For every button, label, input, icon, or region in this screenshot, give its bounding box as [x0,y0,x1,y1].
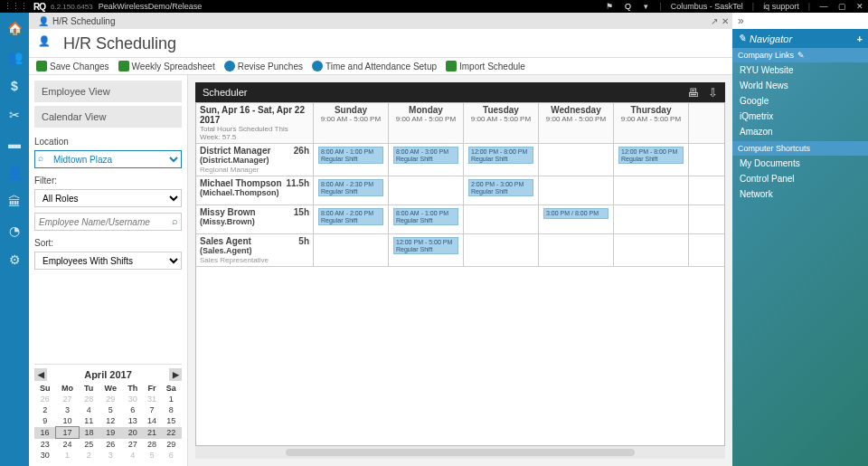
export-icon[interactable]: ⇩ [708,86,718,100]
cal-day[interactable]: 13 [123,415,143,427]
cal-day[interactable]: 16 [34,427,55,439]
nav-building-icon[interactable]: 🏛 [6,194,23,210]
search-icon[interactable]: ⌕ [172,215,178,226]
cal-day[interactable]: 6 [123,404,143,415]
close-icon[interactable]: ✕ [855,2,864,11]
navigator-add-button[interactable]: + [857,33,863,44]
nav-money-icon[interactable]: $ [6,78,23,94]
location-select[interactable]: Midtown Plaza [34,150,182,168]
cal-day[interactable]: 11 [80,415,99,427]
employee-cell[interactable]: 5hSales Agent(Sales.Agent)Sales Represen… [196,234,314,266]
employee-search-input[interactable] [34,213,182,231]
cal-table[interactable]: SuMoTuWeThFrSa26272829303112345678910111… [34,383,182,461]
weekly-spreadsheet-button[interactable]: Weekly Spreadsheet [118,61,215,71]
cal-day[interactable]: 9 [34,415,55,427]
cal-day[interactable]: 3 [99,450,123,461]
app-menu-icon[interactable]: ⋮⋮⋮ [4,2,28,11]
shift-cell[interactable]: 8:00 AM - 2:30 PM Regular Shift [314,176,389,204]
sort-select[interactable]: Employees With Shifts [34,252,182,270]
shift-block[interactable]: 8:00 AM - 2:30 PM Regular Shift [318,179,383,196]
cal-day[interactable]: 14 [143,415,161,427]
nav-gear-icon[interactable]: ⚙ [6,252,23,268]
cal-day[interactable]: 5 [99,404,123,415]
cal-day[interactable]: 2 [80,450,99,461]
cal-day[interactable]: 7 [143,404,161,415]
shift-cell[interactable]: 8:00 AM - 1:00 PM Regular Shift [314,144,389,176]
shift-cell[interactable]: 12:00 PM - 8:00 PM Regular Shift [464,144,539,176]
shift-block[interactable]: 8:00 AM - 3:00 PM Regular Shift [393,147,458,164]
shift-block[interactable]: 2:00 PM - 3:00 PM Regular Shift [468,179,533,196]
cal-day[interactable]: 25 [80,439,99,451]
shift-block[interactable]: 12:00 PM - 8:00 PM Regular Shift [468,147,533,164]
import-schedule-button[interactable]: Import Schedule [446,61,525,71]
cal-day[interactable]: 29 [99,394,123,404]
nav-box-icon[interactable]: ▬ [6,136,23,152]
revise-punches-button[interactable]: Revise Punches [224,61,303,71]
shift-cell[interactable]: 2:00 PM - 3:00 PM Regular Shift [464,176,539,204]
tab-popout-icon[interactable]: ↗ [711,16,718,26]
cal-day[interactable]: 27 [55,394,79,404]
shift-cell[interactable] [314,234,389,266]
cal-day[interactable]: 17 [55,427,79,439]
cal-day[interactable]: 3 [55,404,79,415]
time-attendance-button[interactable]: Time and Attendance Setup [312,61,437,71]
shift-cell[interactable] [614,205,689,233]
cal-day[interactable]: 15 [161,415,181,427]
cal-day[interactable]: 27 [123,439,143,451]
shift-cell[interactable]: 12:00 PM - 8:00 PM Regular Shift [614,144,689,176]
nav-link[interactable]: Google [732,93,868,109]
employee-cell[interactable]: 26hDistrict Manager(District.Manager)Reg… [196,144,314,176]
shift-cell[interactable] [539,144,614,176]
minimize-icon[interactable]: — [819,2,828,11]
cal-day[interactable]: 5 [143,450,161,461]
shift-block[interactable]: 8:00 AM - 1:00 PM Regular Shift [318,147,383,164]
shift-cell[interactable]: 8:00 AM - 3:00 PM Regular Shift [389,144,464,176]
cal-day[interactable]: 26 [34,394,55,404]
employee-view-button[interactable]: Employee View [34,81,182,102]
cal-day[interactable]: 8 [161,404,181,415]
shift-cell[interactable]: 12:00 PM - 5:00 PM Regular Shift [389,234,464,266]
shift-block[interactable]: 8:00 AM - 1:00 PM Regular Shift [393,208,458,225]
region-label[interactable]: Columbus - SaskTel [671,2,743,11]
shift-cell[interactable]: 3:00 PM / 8:00 PM [539,205,614,233]
shift-cell[interactable] [464,205,539,233]
shift-cell[interactable] [389,176,464,204]
cal-day[interactable]: 28 [143,439,161,451]
shift-cell[interactable] [539,176,614,204]
cal-day[interactable]: 28 [80,394,99,404]
save-button[interactable]: Save Changes [36,61,109,71]
shift-cell[interactable] [539,234,614,266]
cal-day[interactable]: 4 [123,450,143,461]
cal-day[interactable]: 30 [34,450,55,461]
nav-pin-icon[interactable]: ✎ [738,33,746,44]
cal-day[interactable]: 19 [99,427,123,439]
nav-link[interactable]: Control Panel [732,171,868,186]
cal-day[interactable]: 4 [80,404,99,415]
shift-block[interactable]: 12:00 PM - 8:00 PM Regular Shift [618,147,684,164]
cal-day[interactable]: 30 [123,394,143,404]
shift-cell[interactable]: 8:00 AM - 1:00 PM Regular Shift [389,205,464,233]
cal-day[interactable]: 6 [161,450,181,461]
cal-next-button[interactable]: ▶ [169,368,182,381]
nav-link[interactable]: My Documents [732,156,868,171]
cal-day[interactable]: 18 [80,427,99,439]
cal-day[interactable]: 29 [161,439,181,451]
nav-tools-icon[interactable]: ✂ [6,107,23,123]
employee-cell[interactable]: 11.5hMichael Thompson(Michael.Thompson) [196,176,314,204]
shift-cell[interactable] [464,234,539,266]
navigator-collapse-button[interactable]: » [732,13,868,29]
cal-day[interactable]: 20 [123,427,143,439]
shift-block[interactable]: 12:00 PM - 5:00 PM Regular Shift [393,237,458,254]
horizontal-scrollbar[interactable] [195,446,725,459]
search-icon[interactable]: Q [623,2,632,11]
cal-prev-button[interactable]: ◀ [34,368,47,381]
cal-day[interactable]: 1 [55,450,79,461]
calendar-view-button[interactable]: Calendar View [34,106,182,128]
filter-select[interactable]: All Roles [34,189,182,207]
shift-cell[interactable] [614,234,689,266]
employee-cell[interactable]: 15hMissy Brown(Missy.Brown) [196,205,314,233]
nav-link[interactable]: Network [732,186,868,202]
nav-chart-icon[interactable]: ◔ [6,223,23,239]
support-label[interactable]: iq support [763,2,799,11]
dropdown-icon[interactable]: ▾ [641,2,650,11]
